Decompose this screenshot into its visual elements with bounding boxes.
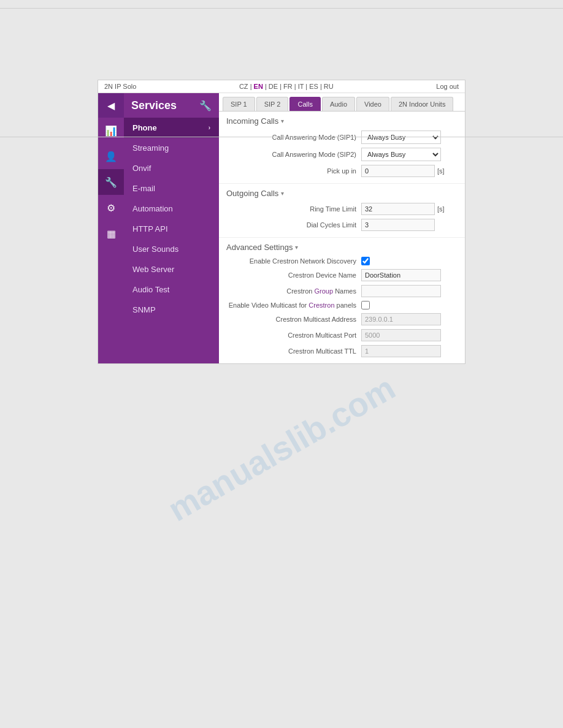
sip1-answering-label: Call Answering Mode (SIP1) — [226, 134, 361, 141]
dial-cycles-input[interactable] — [361, 219, 435, 231]
wrench-icon: 🔧 — [199, 100, 212, 112]
sidebar-label-phone: Phone — [132, 123, 157, 132]
ring-time-input[interactable] — [361, 203, 435, 215]
dial-cycles-label: Dial Cycles Limit — [226, 221, 361, 229]
tab-sip2-label: SIP 2 — [264, 100, 281, 108]
crestron-multicast-ttl-input[interactable] — [361, 345, 441, 357]
outgoing-calls-arrow-icon: ▾ — [281, 190, 284, 197]
sidebar-item-phone[interactable]: Phone › — [124, 118, 219, 138]
top-bar: 2N IP Solo CZ | EN | DE | FR | IT | ES |… — [98, 80, 465, 93]
sip2-answering-label: Call Answering Mode (SIP2) — [226, 151, 361, 158]
crestron-multicast-address-label: Crestron Multicast Address — [226, 316, 361, 323]
advanced-settings-header[interactable]: Advanced Settings ▾ — [226, 243, 458, 252]
sip1-answering-select[interactable]: Always Busy Auto Answer Manual — [361, 131, 441, 144]
ring-time-row: Ring Time Limit [s] — [226, 203, 458, 215]
pickup-input[interactable] — [361, 165, 435, 177]
advanced-settings-arrow-icon: ▾ — [295, 244, 298, 251]
tab-video-label: Video — [364, 100, 381, 108]
advanced-settings-section: Advanced Settings ▾ Enable Crestron Netw… — [219, 237, 465, 363]
crestron-multicast-ttl-label: Crestron Multicast TTL — [226, 347, 361, 355]
sidebar-label-audiotest: Audio Test — [132, 285, 169, 294]
settings-icon-button[interactable]: ⚙ — [98, 195, 124, 221]
sidebar-label-onvif: Onvif — [132, 164, 151, 173]
sidebar-label-httpapi: HTTP API — [132, 224, 168, 233]
sidebar-label-usersounds: User Sounds — [132, 245, 178, 254]
sidebar-item-audiotest[interactable]: Audio Test — [124, 279, 219, 300]
crestron-discovery-label: Enable Crestron Network Discovery — [226, 257, 361, 265]
crestron-multicast-port-row: Crestron Multicast Port — [226, 329, 458, 341]
sidebar-label-snmp: SNMP — [132, 305, 156, 314]
crestron-multicast-checkbox[interactable] — [361, 301, 370, 309]
ring-time-unit: [s] — [437, 205, 445, 213]
crestron-discovery-row: Enable Crestron Network Discovery — [226, 257, 458, 265]
sip2-answering-row: Call Answering Mode (SIP2) Always Busy A… — [226, 148, 458, 161]
incoming-calls-title: Incoming Calls — [226, 116, 278, 126]
tools-icon: 🔧 — [105, 176, 117, 188]
watermark: manualslib.com — [161, 368, 402, 529]
outgoing-calls-section: Outgoing Calls ▾ Ring Time Limit [s] Dia… — [219, 183, 465, 237]
grid-icon: ▦ — [107, 228, 116, 240]
tab-2nindoor-label: 2N Indoor Units — [399, 100, 445, 108]
sidebar-item-email[interactable]: E-mail — [124, 178, 219, 199]
incoming-calls-header[interactable]: Incoming Calls ▾ — [226, 116, 458, 126]
sidebar-item-streaming[interactable]: Streaming — [124, 138, 219, 158]
crestron-multicast-port-input[interactable] — [361, 329, 441, 341]
ring-time-label: Ring Time Limit — [226, 205, 361, 213]
outgoing-calls-title: Outgoing Calls — [226, 189, 278, 198]
incoming-calls-arrow-icon: ▾ — [281, 118, 284, 124]
crestron-multicast-enable-label: Enable Video Multicast for Crestron pane… — [226, 301, 361, 309]
crestron-device-name-input[interactable] — [361, 269, 441, 281]
crestron-discovery-checkbox[interactable] — [361, 257, 370, 265]
tab-audio[interactable]: Audio — [322, 97, 355, 111]
language-selector[interactable]: CZ | EN | DE | FR | IT | ES | RU — [239, 83, 334, 90]
crestron-multicast-address-input[interactable] — [361, 313, 441, 325]
crestron-multicast-enable-row: Enable Video Multicast for Crestron pane… — [226, 301, 458, 309]
device-name: 2N IP Solo — [104, 83, 136, 90]
crestron-group-names-input[interactable] — [361, 285, 441, 297]
content-area: SIP 1 SIP 2 Calls Audio Video — [219, 93, 465, 363]
sidebar-item-httpapi[interactable]: HTTP API — [124, 219, 219, 239]
sidebar-item-automation[interactable]: Automation — [124, 199, 219, 219]
sidebar-item-usersounds[interactable]: User Sounds — [124, 239, 219, 259]
crestron-device-name-label: Crestron Device Name — [226, 271, 361, 279]
tab-calls[interactable]: Calls — [289, 97, 320, 111]
chart-icon-button[interactable]: 📊 — [98, 118, 124, 143]
grid-icon-button[interactable]: ▦ — [98, 221, 124, 246]
outgoing-calls-header[interactable]: Outgoing Calls ▾ — [226, 189, 458, 198]
users-icon: 👤 — [105, 151, 117, 162]
sidebar-item-webserver[interactable]: Web Server — [124, 259, 219, 279]
sidebar-label-streaming: Streaming — [132, 143, 169, 153]
pickup-row: Pick up in [s] — [226, 165, 458, 177]
pickup-unit: [s] — [437, 167, 445, 175]
crestron-group-link[interactable]: Group — [315, 287, 334, 295]
back-icon: ◀ — [107, 100, 115, 112]
back-button[interactable]: ◀ — [98, 93, 124, 118]
logout-button[interactable]: Log out — [436, 83, 459, 90]
sidebar-label-email: E-mail — [132, 184, 155, 193]
active-lang: EN — [254, 83, 263, 90]
sidebar-item-onvif[interactable]: Onvif — [124, 158, 219, 178]
crestron-group-names-row: Crestron Group Names — [226, 285, 458, 297]
sidebar-label-webserver: Web Server — [132, 265, 174, 274]
sidebar: Services 🔧 Phone › Streaming Onvif E-mai… — [124, 93, 219, 363]
sip1-answering-row: Call Answering Mode (SIP1) Always Busy A… — [226, 131, 458, 144]
users-icon-button[interactable]: 👤 — [98, 143, 124, 169]
sidebar-title: Services — [131, 99, 177, 112]
tab-sip1[interactable]: SIP 1 — [223, 97, 255, 111]
sidebar-label-automation: Automation — [132, 204, 173, 213]
sidebar-item-snmp[interactable]: SNMP — [124, 300, 219, 320]
settings-icon: ⚙ — [107, 202, 115, 214]
tab-sip2[interactable]: SIP 2 — [256, 97, 289, 111]
tab-calls-label: Calls — [297, 100, 312, 108]
chart-icon: 📊 — [105, 125, 117, 137]
tools-icon-button[interactable]: 🔧 — [98, 169, 124, 195]
crestron-multicast-ttl-row: Crestron Multicast TTL — [226, 345, 458, 357]
dial-cycles-row: Dial Cycles Limit — [226, 219, 458, 231]
crestron-device-name-row: Crestron Device Name — [226, 269, 458, 281]
sip2-answering-select[interactable]: Always Busy Auto Answer Manual — [361, 148, 441, 161]
tab-video[interactable]: Video — [356, 97, 389, 111]
tab-2nindoor[interactable]: 2N Indoor Units — [391, 97, 453, 111]
tab-bar: SIP 1 SIP 2 Calls Audio Video — [219, 93, 465, 112]
crestron-link[interactable]: Crestron — [308, 301, 334, 309]
icon-strip: ◀ 📊 👤 🔧 ⚙ ▦ — [98, 93, 124, 363]
